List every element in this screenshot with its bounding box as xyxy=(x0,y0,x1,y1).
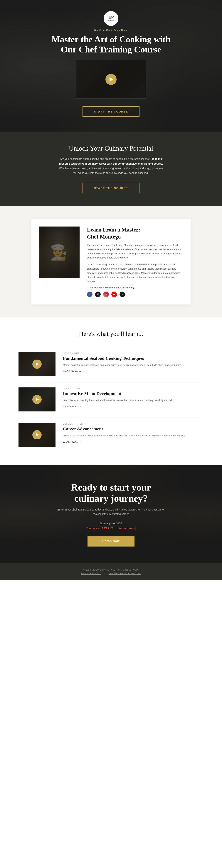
lesson-1-play-button[interactable] xyxy=(32,360,41,369)
free-price: Your price: FREE (for a limited time) xyxy=(55,526,167,530)
lesson-2-play-icon xyxy=(36,398,39,401)
normal-price: Normal price: $155 xyxy=(55,522,167,525)
logo-inner: 🍽 Montego xyxy=(108,16,114,22)
play-icon xyxy=(110,77,113,82)
chef-card: 👨‍🍳 Learn From a Master: Chef Montego Th… xyxy=(31,219,191,305)
lesson-1-thumbnail xyxy=(19,352,55,376)
lesson-2-title: Innovative Menu Development xyxy=(63,391,203,396)
lessons-title: Here's what you'll learn... xyxy=(19,330,203,337)
lesson-3-content: LESSON THREE Career Advancement Discover… xyxy=(63,423,203,443)
connect-text: Connect and learn more about Chef Monteg… xyxy=(87,286,183,289)
leadpages-link[interactable]: CREATED WITH LEADPAGES xyxy=(109,572,141,575)
lesson-2-content: LESSON TWO Innovative Menu Development L… xyxy=(63,388,203,408)
unlock-desc-part2: Whether you're a cooking enthusiast or a… xyxy=(59,167,163,175)
logo-text: Montego xyxy=(108,20,114,22)
lesson-3-watch-link[interactable]: WATCH NOW → xyxy=(63,440,81,443)
course-badge: NEW VIDEO COURSE xyxy=(94,28,128,31)
lesson-item: LESSON TWO Innovative Menu Development L… xyxy=(19,382,203,417)
lesson-3-title: Career Advancement xyxy=(63,427,203,431)
chef-photo-inner: 👨‍🍳 xyxy=(39,226,80,278)
twitter-icon[interactable]: ✕ xyxy=(95,291,101,297)
lesson-3-play-icon xyxy=(36,433,39,437)
lesson-item: LESSON ONE Fundamental Seafood Cooking T… xyxy=(19,347,203,382)
lesson-3-thumbnail xyxy=(19,423,55,447)
lesson-1-content: LESSON ONE Fundamental Seafood Cooking T… xyxy=(63,352,203,373)
hero-cta-button[interactable]: START THE COURSE xyxy=(83,106,139,117)
lesson-1-title: Fundamental Seafood Cooking Techniques xyxy=(63,356,203,361)
unlock-title: Unlock Your Culinary Potential xyxy=(22,145,200,152)
social-icons: f ✕ ◎ ▶ ♪ xyxy=(87,291,183,297)
video-thumbnail[interactable] xyxy=(76,60,146,99)
unlock-description: Are you passionate about cooking and dre… xyxy=(57,157,165,175)
play-button[interactable] xyxy=(106,74,116,85)
chef-bio-1: Throughout his career, Chef Isaac Monteg… xyxy=(87,243,183,260)
cta-description: Enroll in our chef training course today… xyxy=(55,507,167,517)
lesson-item: LESSON THREE Career Advancement Discover… xyxy=(19,417,203,452)
logo-icon: 🍽 xyxy=(108,16,114,20)
footer-separator: | xyxy=(104,572,105,575)
lesson-1-watch-link[interactable]: WATCH NOW → xyxy=(63,370,81,373)
cta-section: Ready to start your culinary journey? En… xyxy=(0,465,222,563)
lesson-2-number: LESSON TWO xyxy=(63,388,203,390)
unlock-section: Unlock Your Culinary Potential Are you p… xyxy=(0,131,222,206)
chef-bio-2: Now, Chef Montego is thrilled to share h… xyxy=(87,262,183,284)
lesson-2-watch-link[interactable]: WATCH NOW → xyxy=(63,405,81,408)
lessons-section: Here's what you'll learn... LESSON ONE F… xyxy=(0,317,222,465)
lesson-3-number: LESSON THREE xyxy=(63,423,203,425)
chef-photo: 👨‍🍳 xyxy=(39,226,80,278)
footer-copyright: © 2024 VIDEO COURSE. ALL RIGHTS RESERVED… xyxy=(4,569,218,571)
lesson-1-number: LESSON ONE xyxy=(63,352,203,354)
tiktok-icon[interactable]: ♪ xyxy=(119,291,125,297)
facebook-icon[interactable]: f xyxy=(87,291,92,297)
lesson-1-play-icon xyxy=(36,362,39,366)
lesson-2-description: Learn the art of creating balanced and i… xyxy=(63,398,203,402)
lesson-3-description: Discover valuable tips and advice for la… xyxy=(63,434,203,437)
logo: 🍽 Montego xyxy=(104,11,118,26)
unlock-desc-part1: Are you passionate about cooking and dre… xyxy=(60,157,151,160)
hero-title: Master the Art of Cooking with Our Chef … xyxy=(46,34,176,55)
privacy-policy-link[interactable]: PRIVACY POLICY xyxy=(81,572,101,575)
chef-info: Learn From a Master: Chef Montego Throug… xyxy=(87,226,183,297)
chef-section-title: Learn From a Master: xyxy=(87,226,183,233)
enroll-button[interactable]: Enroll Now xyxy=(87,536,135,547)
lesson-2-thumbnail xyxy=(19,388,55,411)
instagram-icon[interactable]: ◎ xyxy=(103,291,109,297)
lesson-1-description: Master essential cooking methods and tec… xyxy=(63,363,203,367)
youtube-icon[interactable]: ▶ xyxy=(111,291,117,297)
footer-links: PRIVACY POLICY | CREATED WITH LEADPAGES xyxy=(4,572,218,575)
chef-section: 👨‍🍳 Learn From a Master: Chef Montego Th… xyxy=(0,206,222,317)
lesson-3-play-button[interactable] xyxy=(32,430,41,439)
cta-content: Ready to start your culinary journey? En… xyxy=(55,482,167,547)
cta-title: Ready to start your culinary journey? xyxy=(55,482,167,504)
lesson-2-play-button[interactable] xyxy=(32,395,41,404)
chef-name: Chef Montego xyxy=(87,234,183,240)
hero-section: 🍽 Montego NEW VIDEO COURSE Master the Ar… xyxy=(0,0,222,131)
unlock-cta-button[interactable]: START THE COURSE xyxy=(83,183,139,193)
hero-content: 🍽 Montego NEW VIDEO COURSE Master the Ar… xyxy=(46,11,176,117)
chef-silhouette-icon: 👨‍🍳 xyxy=(50,244,68,261)
footer: © 2024 VIDEO COURSE. ALL RIGHTS RESERVED… xyxy=(0,563,222,580)
